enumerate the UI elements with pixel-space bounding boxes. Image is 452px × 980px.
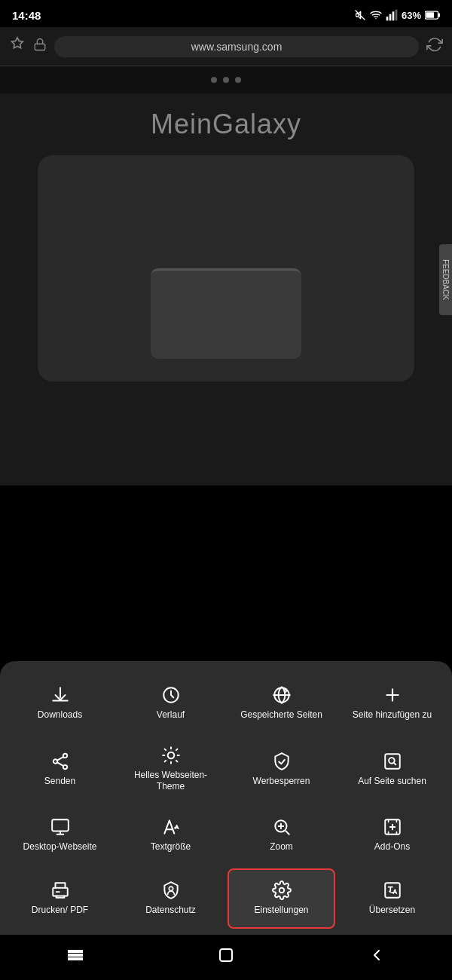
sun-icon xyxy=(161,746,181,765)
nav-back-button[interactable] xyxy=(353,939,401,976)
auf-seite-suchen-label: Auf Seite suchen xyxy=(358,776,426,788)
svg-rect-24 xyxy=(69,954,82,956)
menu-item-uebersetzen[interactable]: Übersetzen xyxy=(338,868,446,929)
menu-item-datenschutz[interactable]: Datenschut­z xyxy=(117,868,224,929)
einstellungen-label: Einstellungen xyxy=(254,905,308,917)
senden-label: Senden xyxy=(44,776,75,788)
status-bar: 14:48 63% xyxy=(0,0,452,27)
uebersetzen-label: Übersetzen xyxy=(369,905,415,917)
svg-rect-6 xyxy=(426,12,434,18)
translate-icon xyxy=(383,880,402,900)
menu-item-seite-hinzufuegen[interactable]: Seite hinzufügen zu xyxy=(338,673,446,733)
menu-overlay: Downloads Verlauf Gespei­cherte Seiten xyxy=(0,661,452,935)
seite-hinzufuegen-label: Seite hinzufügen zu xyxy=(353,709,432,721)
svg-rect-19 xyxy=(53,888,68,896)
address-bar[interactable]: www.samsung.com xyxy=(54,36,419,57)
menu-item-helles-theme[interactable]: Helles Webseiten-Theme xyxy=(117,737,224,802)
share-icon xyxy=(50,752,70,771)
helles-theme-label: Helles Webseiten-Theme xyxy=(121,770,220,793)
phone-mockup xyxy=(38,155,414,381)
addon-icon xyxy=(383,817,402,837)
menu-item-senden[interactable]: Senden xyxy=(6,737,114,802)
menu-item-zoom[interactable]: Zoom xyxy=(228,805,335,865)
nav-home-button[interactable] xyxy=(202,939,250,976)
phone-inner xyxy=(151,268,301,359)
svg-rect-26 xyxy=(220,949,232,961)
desktop-webseite-label: Desktop-We­bseite xyxy=(23,841,97,853)
nav-bar xyxy=(0,935,452,980)
datenschutz-label: Datenschut­z xyxy=(145,905,196,917)
bookmark-icon[interactable] xyxy=(9,36,26,57)
textgroesse-label: Textgröße xyxy=(151,841,191,853)
clock-icon xyxy=(161,685,181,705)
download-icon xyxy=(50,685,70,705)
menu-item-textgroesse[interactable]: Textgröße xyxy=(117,805,224,865)
menu-item-desktop-webseite[interactable]: Desktop-We­bseite xyxy=(6,805,114,865)
menu-item-verlauf[interactable]: Verlauf xyxy=(117,673,224,733)
svg-rect-1 xyxy=(389,14,392,21)
signal-icon xyxy=(386,9,398,21)
gear-icon xyxy=(272,880,292,900)
text-size-icon xyxy=(161,817,181,837)
svg-rect-16 xyxy=(52,819,69,831)
url-text: www.samsung.com xyxy=(191,41,282,53)
status-time: 14:48 xyxy=(12,9,41,22)
battery-icon xyxy=(425,11,440,20)
svg-rect-23 xyxy=(69,951,82,952)
zoom-icon xyxy=(272,817,292,837)
downloads-label: Downloads xyxy=(38,709,82,721)
svg-rect-14 xyxy=(385,754,400,769)
refresh-icon[interactable] xyxy=(426,36,443,57)
svg-rect-5 xyxy=(438,14,440,17)
search-page-icon xyxy=(383,752,402,771)
tab-dot-2 xyxy=(223,77,229,83)
menu-item-einstellungen[interactable]: Einstellungen xyxy=(228,868,335,929)
svg-rect-7 xyxy=(35,44,45,50)
mute-icon xyxy=(354,9,366,21)
menu-item-add-ons[interactable]: Add-Ons xyxy=(338,805,446,865)
nav-menu-button[interactable] xyxy=(51,939,99,976)
svg-rect-22 xyxy=(385,883,400,898)
svg-rect-0 xyxy=(386,17,389,20)
svg-point-13 xyxy=(167,752,174,758)
globe-bookmark-icon xyxy=(272,685,292,705)
tab-indicator xyxy=(0,66,452,93)
werbesperren-label: Werbesperren xyxy=(253,776,310,788)
verlauf-label: Verlauf xyxy=(157,709,185,721)
menu-item-werbesperren[interactable]: Werbesperren xyxy=(228,737,335,802)
desktop-icon xyxy=(50,817,70,837)
menu-item-auf-seite-suchen[interactable]: Auf Seite suchen xyxy=(338,737,446,802)
status-icons: 63% xyxy=(354,9,440,21)
menu-item-drucken[interactable]: Drucken/ PDF xyxy=(6,868,114,929)
svg-point-21 xyxy=(279,888,284,893)
page-title: MeinGalaxy xyxy=(0,93,452,140)
menu-item-gespeicherte-seiten[interactable]: Gespei­cherte Seiten xyxy=(228,673,335,733)
print-icon xyxy=(50,880,70,900)
browser-chrome: www.samsung.com xyxy=(0,27,452,66)
tab-dot-3 xyxy=(235,77,241,83)
zoom-label: Zoom xyxy=(270,841,293,853)
feedback-tab: FEEDBACK xyxy=(439,244,452,315)
privacy-icon xyxy=(161,880,181,900)
menu-grid: Downloads Verlauf Gespei­cherte Seiten xyxy=(6,673,446,929)
shield-icon xyxy=(272,752,292,771)
battery-text: 63% xyxy=(402,10,421,21)
add-ons-label: Add-Ons xyxy=(374,841,410,853)
drucken-label: Drucken/ PDF xyxy=(32,905,88,917)
plus-icon xyxy=(383,685,402,705)
svg-rect-3 xyxy=(396,10,398,21)
svg-rect-25 xyxy=(69,958,82,960)
wifi-icon xyxy=(370,9,382,21)
menu-item-downloads[interactable]: Downloads xyxy=(6,673,114,733)
gespeicherte-seiten-label: Gespei­cherte Seiten xyxy=(240,709,322,721)
browser-content: MeinGalaxy FEEDBACK xyxy=(0,93,452,485)
lock-icon xyxy=(33,38,47,55)
svg-point-20 xyxy=(169,887,173,890)
tab-dot-1 xyxy=(211,77,217,83)
svg-rect-2 xyxy=(392,11,395,20)
